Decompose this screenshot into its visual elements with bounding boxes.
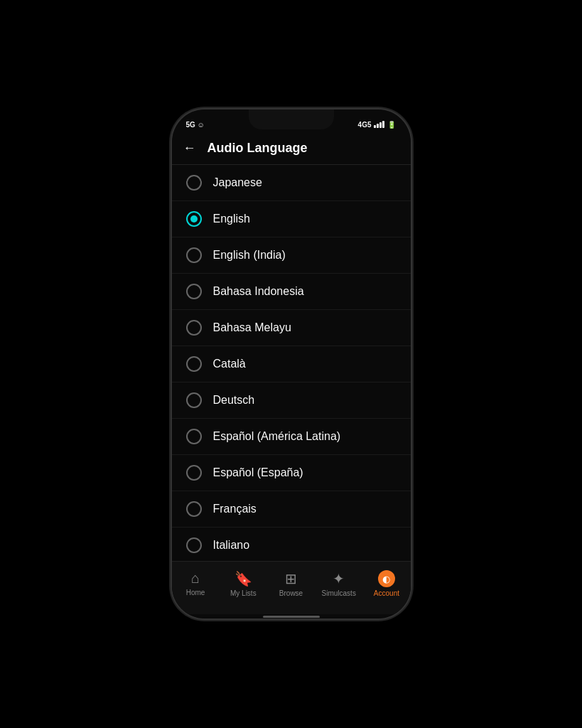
radio-italiano — [186, 537, 202, 553]
language-item-francais[interactable]: Français — [172, 491, 411, 528]
radio-espanol-espana — [186, 465, 202, 481]
language-label-bahasa-indonesia: Bahasa Indonesia — [213, 285, 304, 298]
language-item-english-india[interactable]: English (India) — [172, 237, 411, 274]
nav-label-my-lists: My Lists — [230, 589, 257, 597]
nav-item-simulcasts[interactable]: ✦ Simulcasts — [315, 567, 362, 600]
radio-bahasa-indonesia — [186, 284, 202, 299]
bar4 — [382, 121, 384, 128]
home-icon: ⌂ — [191, 570, 200, 587]
language-item-italiano[interactable]: Italiano — [172, 528, 411, 561]
nav-item-my-lists[interactable]: 🔖 My Lists — [220, 567, 267, 600]
language-label-catala: Català — [213, 358, 246, 370]
battery-icon: 🔋 — [387, 121, 396, 129]
bar1 — [374, 125, 376, 128]
bar2 — [377, 124, 379, 128]
language-label-francais: Français — [213, 503, 257, 515]
bar3 — [379, 122, 382, 128]
nav-label-account: Account — [374, 589, 399, 597]
nav-label-simulcasts: Simulcasts — [322, 589, 356, 597]
nav-label-browse: Browse — [279, 589, 303, 597]
radio-deutsch — [186, 392, 202, 408]
language-item-deutsch[interactable]: Deutsch — [172, 382, 411, 419]
language-label-italiano: Italiano — [213, 539, 250, 552]
language-item-bahasa-melayu[interactable]: Bahasa Melayu — [172, 310, 411, 346]
language-item-bahasa-indonesia[interactable]: Bahasa Indonesia — [172, 274, 411, 310]
radio-bahasa-melayu — [186, 320, 202, 336]
nav-label-home: Home — [186, 589, 205, 596]
radio-catala — [186, 356, 202, 372]
language-label-english: English — [213, 213, 250, 225]
radio-francais — [186, 501, 202, 517]
nav-item-account[interactable]: ◐ Account — [362, 567, 410, 600]
status-notch — [253, 122, 310, 127]
bottom-nav: ⌂ Home 🔖 My Lists ⊞ Browse ✦ Simulcasts … — [172, 561, 411, 614]
status-signal: 4G5 — [358, 121, 372, 129]
radio-japanese — [186, 175, 202, 191]
language-label-bahasa-melayu: Bahasa Melayu — [213, 321, 291, 334]
signal-bars — [374, 121, 384, 128]
language-label-japanese: Japanese — [213, 176, 262, 189]
status-bar: 5G ☺ 4G5 🔋 — [172, 109, 411, 132]
language-label-deutsch: Deutsch — [213, 394, 255, 407]
screen: 5G ☺ 4G5 🔋 ← Audio Language JapaneseEngl… — [172, 109, 411, 619]
language-item-catala[interactable]: Català — [172, 346, 411, 382]
radio-espanol-america — [186, 429, 202, 444]
home-indicator-bar — [263, 616, 320, 618]
grid-icon: ⊞ — [285, 570, 297, 587]
nav-item-browse[interactable]: ⊞ Browse — [267, 567, 315, 600]
simulcasts-icon: ✦ — [333, 570, 345, 587]
status-time: 5G ☺ — [186, 121, 205, 129]
language-item-espanol-espana[interactable]: Español (España) — [172, 455, 411, 491]
language-label-espanol-espana: Español (España) — [213, 466, 303, 479]
radio-english-india — [186, 247, 202, 263]
nav-item-home[interactable]: ⌂ Home — [172, 567, 220, 600]
header: ← Audio Language — [172, 132, 411, 165]
bookmark-icon: 🔖 — [235, 570, 252, 587]
language-label-english-india: English (India) — [213, 249, 286, 262]
language-item-espanol-america[interactable]: Español (América Latina) — [172, 419, 411, 455]
language-item-japanese[interactable]: Japanese — [172, 165, 411, 201]
home-indicator — [172, 614, 411, 619]
account-icon: ◐ — [378, 570, 395, 587]
language-item-english[interactable]: English — [172, 201, 411, 237]
radio-inner-english — [190, 215, 198, 223]
phone-shell: 5G ☺ 4G5 🔋 ← Audio Language JapaneseEngl… — [171, 108, 412, 620]
language-label-espanol-america: Español (América Latina) — [213, 430, 341, 443]
page-title: Audio Language — [208, 141, 308, 156]
back-button[interactable]: ← — [183, 141, 196, 156]
status-right: 4G5 🔋 — [358, 121, 397, 129]
radio-english — [186, 211, 202, 227]
language-list: JapaneseEnglishEnglish (India)Bahasa Ind… — [172, 165, 411, 561]
